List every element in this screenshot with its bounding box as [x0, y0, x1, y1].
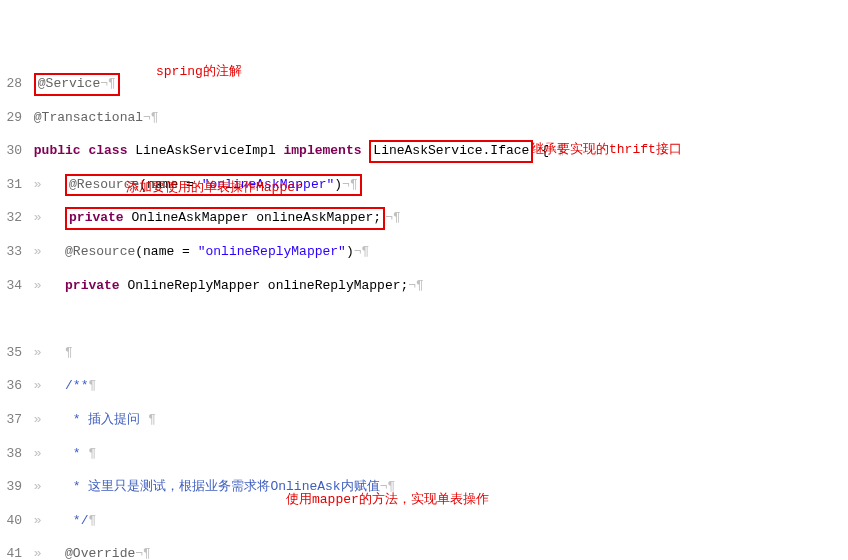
- line-num: [0, 310, 22, 329]
- code-line[interactable]: » */¶: [26, 512, 848, 531]
- code-line[interactable]: » @Resource(name = "onlineReplyMapper")¬…: [26, 243, 848, 262]
- annotation-note: 继承要实现的thrift接口: [531, 140, 682, 158]
- line-num: 32: [0, 209, 22, 228]
- line-num: 37: [0, 411, 22, 430]
- line-num: 34: [0, 277, 22, 296]
- line-num: 38: [0, 445, 22, 464]
- line-num: 28: [0, 75, 22, 94]
- code-line[interactable]: » private OnlineAskMapper onlineAskMappe…: [26, 209, 848, 228]
- line-num: 40: [0, 512, 22, 531]
- annotation-note: 使用mapper的方法，实现单表操作: [286, 490, 489, 508]
- code-line[interactable]: public class LineAskServiceImpl implemen…: [26, 142, 848, 161]
- code-line[interactable]: » * ¶: [26, 445, 848, 464]
- code-line[interactable]: » * 插入提问 ¶: [26, 411, 848, 430]
- line-num: 31: [0, 176, 22, 195]
- highlight-box: @Service¬¶: [34, 73, 120, 96]
- line-num: 30: [0, 142, 22, 161]
- annotation-note: 添加要使用的单表操作Mapper: [126, 178, 303, 196]
- line-num: 41: [0, 545, 22, 560]
- line-num: 36: [0, 377, 22, 396]
- code-line[interactable]: » private OnlineReplyMapper onlineReplyM…: [26, 277, 848, 296]
- code-line[interactable]: [26, 310, 848, 329]
- line-num: 39: [0, 478, 22, 497]
- code-line[interactable]: @Transactional¬¶: [26, 109, 848, 128]
- code-editor[interactable]: 28 29 30 31 32 33 34 35 36 37 38 39 40 4…: [0, 60, 848, 560]
- code-line[interactable]: @Service¬¶: [26, 75, 848, 94]
- code-line[interactable]: » ¶: [26, 344, 848, 363]
- line-num: 35: [0, 344, 22, 363]
- code-line[interactable]: » @Override¬¶: [26, 545, 848, 560]
- highlight-box: private OnlineAskMapper onlineAskMapper;: [65, 207, 385, 230]
- code-line[interactable]: » /**¶: [26, 377, 848, 396]
- line-num: 33: [0, 243, 22, 262]
- code-area[interactable]: @Service¬¶ @Transactional¬¶ public class…: [26, 60, 848, 560]
- line-numbers: 28 29 30 31 32 33 34 35 36 37 38 39 40 4…: [0, 60, 26, 560]
- highlight-box: LineAskService.Iface: [369, 140, 533, 163]
- annotation-note: spring的注解: [156, 62, 242, 80]
- line-num: 29: [0, 109, 22, 128]
